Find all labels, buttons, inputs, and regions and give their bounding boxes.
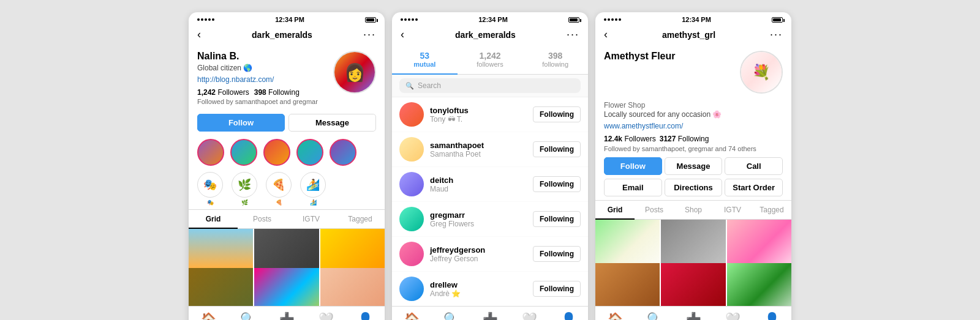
tab-igtv-1[interactable]: IGTV: [287, 210, 336, 228]
follow-handle-4: Greg Flowers: [430, 220, 533, 228]
search-icon-4[interactable]: 🔍: [647, 311, 662, 320]
heart-icon-2[interactable]: 🤍: [522, 311, 537, 320]
highlight-4[interactable]: 🏄 🏄: [300, 172, 326, 206]
tab-grid-3[interactable]: Grid: [595, 201, 635, 219]
follow-avatar-5: [399, 242, 424, 266]
following-button-1[interactable]: Following: [533, 106, 581, 122]
following-button-2[interactable]: Following: [533, 141, 581, 157]
profile-avatar-3: 💐: [740, 51, 783, 94]
profile-header-3: Amethyst Fleur 💐: [595, 45, 791, 99]
following-button-5[interactable]: Following: [533, 246, 581, 262]
tabs-3: Grid Posts Shop IGTV Tagged: [595, 200, 791, 220]
more-button-2[interactable]: ···: [567, 28, 579, 41]
tab-posts-1[interactable]: Posts: [238, 210, 287, 228]
follow-name-2: samanthapoet: [430, 141, 533, 150]
tab-grid-1[interactable]: Grid: [189, 210, 238, 228]
home-icon-1[interactable]: 🏠: [201, 311, 216, 320]
back-button-2[interactable]: ‹: [401, 28, 404, 41]
follow-button-1[interactable]: Follow: [197, 114, 285, 132]
tabs-1: Grid Posts IGTV Tagged: [189, 209, 385, 229]
grid-cell-3-5[interactable]: [661, 263, 725, 306]
follow-button-3[interactable]: Follow: [604, 157, 662, 175]
profile-icon-3[interactable]: 👤: [764, 311, 780, 320]
time-2: 12:34 PM: [478, 16, 508, 23]
highlight-3[interactable]: 🍕 🍕: [266, 172, 292, 206]
profile-link-1[interactable]: http://blog.nbaratz.com/: [197, 75, 274, 84]
home-icon-3[interactable]: 🏠: [608, 311, 623, 320]
tab-following-2[interactable]: 398 following: [522, 45, 588, 74]
grid-cell-3-6[interactable]: [727, 263, 791, 306]
more-button-1[interactable]: ···: [363, 28, 376, 41]
home-icon-2[interactable]: 🏠: [404, 311, 420, 320]
following-button-4[interactable]: Following: [533, 211, 581, 227]
search-bar: 🔍 Search: [392, 75, 588, 97]
start-order-button-3[interactable]: Start Order: [725, 179, 783, 196]
nav-username-3: amethyst_grl: [662, 30, 715, 40]
more-button-3[interactable]: ···: [770, 28, 783, 41]
tab-igtv-3[interactable]: IGTV: [713, 201, 752, 219]
follow-list: tonyloftus Tony 🕶 T. Following samanthap…: [392, 97, 588, 306]
biz-bio-row: Flower Shop Locally sourced for any occa…: [595, 99, 791, 133]
time-3: 12:34 PM: [682, 16, 711, 23]
follow-name-4: gregmarr: [430, 210, 533, 220]
grid-cell-4[interactable]: [189, 268, 253, 306]
profile-followed-1: Followed by samanthapoet and gregmar: [197, 98, 333, 105]
tab-posts-3[interactable]: Posts: [635, 201, 674, 219]
follow-handle-3: Maud: [430, 185, 533, 193]
follow-item-4: gregmarr Greg Flowers Following: [392, 202, 588, 237]
follow-avatar-1: [399, 102, 424, 127]
follow-name-3: deitch: [430, 176, 533, 185]
search-icon-3[interactable]: 🔍: [443, 311, 459, 320]
story-4[interactable]: [296, 139, 323, 166]
biz-link[interactable]: www.amethystfleur.com/: [604, 122, 683, 130]
follow-avatar-6: [399, 277, 424, 301]
tab-tagged-3[interactable]: Tagged: [752, 201, 791, 219]
grid-cell-3-4[interactable]: [595, 263, 660, 306]
highlight-2[interactable]: 🌿 🌿: [232, 172, 257, 206]
tab-tagged-1[interactable]: Tagged: [336, 210, 385, 228]
follow-handle-6: Andrè ⭐: [430, 289, 533, 298]
follow-avatar-3: [399, 172, 424, 196]
following-button-3[interactable]: Following: [533, 176, 581, 192]
story-5[interactable]: [330, 139, 356, 166]
profile-stats-1: 1,242 Followers 398 Following: [197, 88, 333, 97]
story-2[interactable]: [230, 139, 257, 166]
follow-avatar-2: [399, 137, 424, 162]
profile-bio-1: Global citizen 🌎: [197, 63, 333, 73]
follow-handle-2: Samantha Poet: [430, 150, 533, 158]
following-button-6[interactable]: Following: [533, 281, 581, 297]
add-icon-3[interactable]: ➕: [686, 311, 701, 320]
add-icon-2[interactable]: ➕: [483, 311, 498, 320]
profile-icon-1[interactable]: 👤: [358, 311, 373, 320]
grid-cell-6[interactable]: [320, 268, 385, 306]
biz-category: Flower Shop: [604, 101, 783, 110]
search-icon-1[interactable]: 🔍: [240, 311, 255, 320]
photo-grid-3: [595, 220, 791, 306]
search-input-box[interactable]: 🔍 Search: [399, 78, 581, 93]
heart-icon-1[interactable]: 🤍: [318, 311, 334, 320]
story-1[interactable]: [197, 139, 224, 166]
message-button-3[interactable]: Message: [665, 157, 723, 175]
nav-bar-2: ‹ dark_emeralds ···: [392, 26, 588, 45]
call-button-3[interactable]: Call: [725, 157, 783, 175]
highlight-1[interactable]: 🎭 🎭: [197, 172, 223, 206]
story-3[interactable]: [263, 139, 290, 166]
follow-name-6: drellew: [430, 280, 533, 289]
message-button-1[interactable]: Message: [288, 114, 376, 132]
biz-followed: Followed by samanthapoet, gregmar and 74…: [595, 144, 791, 155]
email-button-3[interactable]: Email: [604, 179, 662, 196]
profile-icon-2[interactable]: 👤: [561, 311, 576, 320]
tab-followers-2[interactable]: 1,242 followers: [458, 45, 523, 74]
follow-handle-1: Tony 🕶 T.: [430, 115, 533, 124]
status-bar-3: 12:34 PM: [595, 12, 791, 26]
add-icon-1[interactable]: ➕: [279, 311, 295, 320]
screen-mutual: 12:34 PM ‹ dark_emeralds ··· 53 mutual 1…: [392, 12, 588, 320]
follow-name-1: tonyloftus: [430, 106, 533, 115]
tab-mutual[interactable]: 53 mutual: [392, 45, 458, 74]
tab-shop-3[interactable]: Shop: [674, 201, 713, 219]
back-button-1[interactable]: ‹: [197, 28, 201, 41]
heart-icon-3[interactable]: 🤍: [725, 311, 741, 320]
back-button-3[interactable]: ‹: [604, 28, 608, 41]
grid-cell-5[interactable]: [254, 268, 318, 306]
directions-button-3[interactable]: Directions: [665, 179, 723, 196]
